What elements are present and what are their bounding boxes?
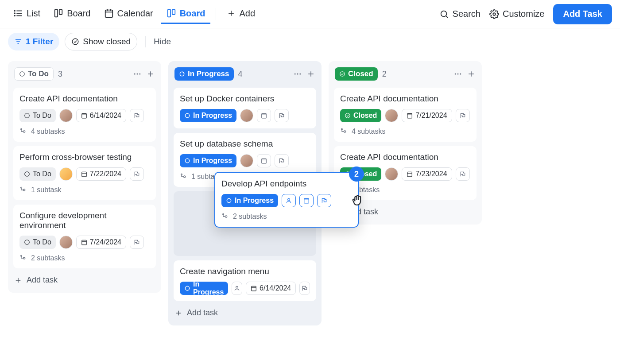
status-label: In Progress (193, 112, 232, 120)
search-button[interactable]: Search (439, 9, 480, 19)
plus-icon[interactable] (467, 70, 476, 78)
flag-chip[interactable] (275, 109, 289, 122)
more-icon[interactable] (453, 70, 462, 78)
calendar-icon (81, 112, 87, 119)
avatar[interactable] (385, 167, 398, 181)
date-chip[interactable]: 6/14/2024 (76, 109, 126, 122)
svg-point-5 (14, 15, 15, 16)
task-card[interactable]: Set up Docker containers In Progress (174, 88, 316, 128)
status-badge[interactable]: To Do (19, 167, 56, 181)
plus-icon (174, 309, 182, 317)
column-count: 2 (382, 70, 387, 79)
tab-calendar[interactable]: Calendar (99, 4, 159, 24)
flag-chip[interactable] (456, 109, 470, 122)
avatar[interactable] (240, 109, 253, 122)
status-badge[interactable]: To Do (19, 236, 56, 249)
status-label: Closed (353, 112, 377, 120)
status-badge[interactable]: In Progress (180, 109, 236, 122)
task-card[interactable]: Create API documentation To Do 6/14/2024… (13, 88, 156, 142)
avatar[interactable] (59, 236, 73, 249)
svg-point-16 (441, 11, 446, 16)
gear-icon (489, 9, 499, 19)
hide-link[interactable]: Hide (154, 37, 171, 46)
column-status-pill[interactable]: To Do (14, 67, 54, 81)
svg-point-52 (185, 113, 189, 117)
svg-point-23 (20, 72, 25, 77)
progress-icon (184, 158, 190, 164)
add-view-button[interactable]: Add (221, 4, 260, 24)
status-badge[interactable]: Closed (340, 109, 381, 122)
assignee-empty-chip[interactable] (232, 282, 242, 295)
flag-chip[interactable] (130, 236, 144, 249)
avatar[interactable] (59, 109, 73, 122)
calendar-icon (104, 8, 114, 18)
check-circle-icon (339, 71, 345, 77)
customize-button[interactable]: Customize (489, 9, 544, 19)
task-card[interactable]: Perform cross-browser testing To Do 7/22… (13, 146, 156, 200)
date-chip[interactable]: 7/22/2024 (76, 167, 126, 181)
task-card[interactable]: Configure development environment To Do … (13, 205, 156, 268)
flag-chip[interactable] (130, 167, 144, 181)
tab-list[interactable]: List (8, 4, 46, 24)
drag-count-badge: 2 (349, 167, 364, 182)
status-badge[interactable]: In Progress (180, 282, 228, 295)
subtasks-icon (221, 213, 229, 220)
flag-chip[interactable] (299, 282, 310, 295)
task-title: Create API documentation (340, 94, 470, 104)
filter-chip[interactable]: 1 Filter (8, 33, 59, 50)
show-closed-chip[interactable]: Show closed (65, 33, 137, 50)
assignee-empty-chip[interactable] (282, 194, 296, 207)
divider (145, 36, 146, 47)
more-icon[interactable] (133, 70, 142, 78)
add-task-button[interactable]: Add Task (553, 4, 612, 24)
plus-icon[interactable] (306, 70, 315, 78)
flag-chip[interactable] (317, 194, 331, 207)
task-card[interactable]: Create API documentation Closed 7/21/202… (334, 88, 477, 142)
svg-point-43 (21, 255, 22, 256)
filter-label: 1 Filter (26, 37, 53, 46)
avatar[interactable] (59, 167, 73, 181)
avatar[interactable] (385, 109, 398, 122)
filter-icon (14, 38, 22, 46)
svg-point-66 (340, 72, 345, 77)
svg-point-75 (344, 131, 346, 132)
progress-icon (184, 285, 190, 291)
plus-icon (14, 276, 22, 284)
date-chip[interactable]: 7/23/2024 (402, 167, 452, 181)
column-status-pill[interactable]: In Progress (174, 67, 234, 81)
date-empty-chip[interactable] (257, 154, 271, 167)
status-badge[interactable]: In Progress (221, 194, 278, 207)
date-chip[interactable]: 6/14/2024 (246, 282, 296, 295)
more-icon[interactable] (293, 70, 302, 78)
status-badge[interactable]: In Progress (180, 154, 236, 167)
column-status-pill[interactable]: Closed (335, 67, 378, 81)
tab-board-1[interactable]: Board (48, 4, 96, 24)
status-badge[interactable]: To Do (19, 109, 56, 122)
divider (216, 8, 216, 20)
flag-chip[interactable] (130, 109, 144, 122)
date-chip[interactable]: 7/24/2024 (76, 236, 126, 249)
tab-board-active[interactable]: Board (161, 4, 211, 24)
date-empty-chip[interactable] (257, 109, 271, 122)
svg-rect-12 (167, 10, 170, 17)
calendar-icon (81, 239, 87, 245)
task-card[interactable]: Create navigation menu In Progress 6/14/… (174, 260, 316, 301)
calendar-icon (407, 112, 413, 119)
add-task-link[interactable]: Add task (13, 273, 156, 287)
flag-chip[interactable] (456, 167, 470, 181)
svg-rect-35 (82, 172, 87, 177)
task-title: Set up database schema (180, 139, 310, 149)
subtasks-icon (19, 255, 27, 262)
flag-chip[interactable] (275, 154, 289, 167)
date-empty-chip[interactable] (299, 194, 314, 207)
add-task-link[interactable]: Add task (174, 306, 316, 320)
avatar[interactable] (240, 154, 253, 167)
task-title: Perform cross-browser testing (19, 152, 150, 162)
dragging-task-card[interactable]: 2 Develop API endpoints In Progress 2 su… (214, 172, 359, 228)
subtasks-text: 4 subtasks (31, 128, 65, 136)
calendar-icon (407, 171, 413, 177)
column-label: To Do (28, 70, 49, 78)
plus-icon[interactable] (146, 70, 155, 78)
date-chip[interactable]: 7/21/2024 (402, 109, 452, 122)
column-label: In Progress (188, 70, 229, 78)
